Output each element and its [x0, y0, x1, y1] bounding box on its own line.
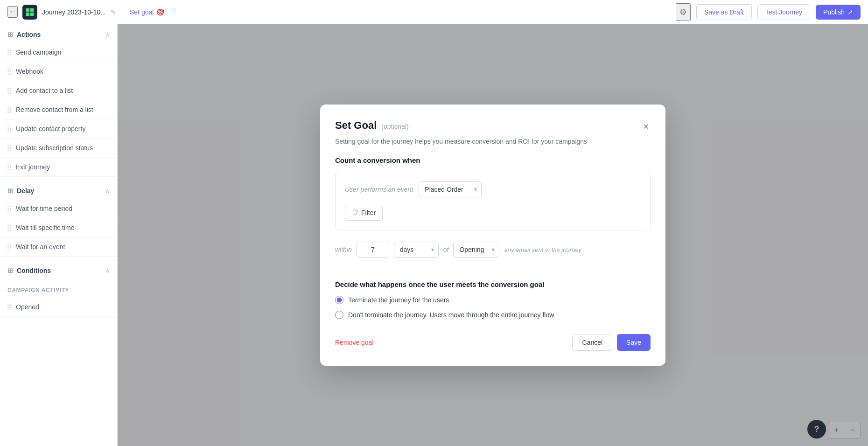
test-journey-button[interactable]: Test Journey — [757, 4, 810, 20]
decision-section-label: Decide what happens once the user meets … — [335, 280, 651, 288]
top-navigation: ← Journey 2023-10-10... ✎ Set goal 🎯 ⚙ S… — [0, 0, 868, 24]
footer-right: Cancel Save — [572, 334, 651, 351]
modal-close-button[interactable]: × — [641, 119, 651, 134]
cancel-button[interactable]: Cancel — [572, 334, 612, 351]
opening-select-wrapper[interactable]: Opening Clicking Sending ▾ — [453, 242, 499, 258]
days-select-wrapper[interactable]: days hours minutes ▾ — [394, 242, 439, 258]
conversion-box: User performs an event Placed Order Open… — [335, 172, 651, 230]
save-button[interactable]: Save — [617, 334, 651, 351]
conversion-section-label: Count a conversion when — [335, 156, 651, 164]
canvas-area: Set Goal (optional) × Setting goal for t… — [118, 24, 868, 446]
sidebar-item-remove-contact[interactable]: Remove contact from a list — [0, 100, 117, 119]
modal-divider — [335, 269, 651, 269]
event-select[interactable]: Placed Order Opened Email Clicked Link P… — [419, 181, 482, 197]
actions-section-title: ⊞ Actions — [7, 31, 41, 38]
nav-left: ← Journey 2023-10-10... ✎ Set goal 🎯 — [7, 5, 164, 20]
conditions-chevron-icon[interactable]: ∧ — [105, 267, 110, 274]
delay-section-header: ⊞ Delay ∧ — [0, 181, 117, 199]
publish-arrow-icon: ↗ — [847, 8, 853, 16]
modal-footer: Remove goal Cancel Save — [335, 334, 651, 351]
drag-handle-icon — [7, 49, 11, 56]
actions-grid-icon: ⊞ — [7, 31, 13, 38]
sidebar-item-wait-time[interactable]: Wait for time period — [0, 199, 117, 218]
delay-grid-icon: ⊞ — [7, 187, 13, 195]
set-goal-label: Set goal — [130, 8, 154, 16]
modal-subtitle: Setting goal for the journey helps you m… — [335, 138, 651, 145]
sidebar-item-wait-specific[interactable]: Wait till specific time — [0, 218, 117, 237]
svg-rect-3 — [30, 12, 34, 16]
sidebar-item-add-contact[interactable]: Add contact to a list — [0, 81, 117, 100]
sidebar-item-update-subscription[interactable]: Update subscription status — [0, 139, 117, 158]
settings-button[interactable]: ⚙ — [676, 3, 691, 21]
within-label: within — [335, 246, 352, 253]
save-draft-button[interactable]: Save as Draft — [696, 4, 752, 20]
days-select[interactable]: days hours minutes — [394, 242, 439, 258]
sidebar-item-send-campaign[interactable]: Send campaign — [0, 43, 117, 62]
webhook-label: Webhook — [16, 68, 43, 75]
modal-title: Set Goal — [335, 119, 377, 132]
publish-button[interactable]: Publish ↗ — [816, 5, 861, 20]
modal-optional-label: (optional) — [381, 123, 408, 130]
conditions-grid-icon: ⊞ — [7, 267, 13, 274]
modal-header: Set Goal (optional) × — [335, 119, 651, 134]
sidebar-item-exit-journey[interactable]: Exit journey — [0, 158, 117, 177]
update-property-label: Update contact property — [16, 125, 85, 132]
radio-dont-terminate-input[interactable] — [335, 311, 343, 319]
journey-title: Journey 2023-10-10... — [42, 8, 106, 16]
campaign-activity-subsection: Campaign activity — [0, 279, 117, 298]
remove-contact-label: Remove contact from a list — [16, 106, 93, 113]
sidebar: ⊞ Actions ∧ Send campaign Webhook — [0, 24, 118, 446]
actions-label: Actions — [17, 31, 41, 38]
exit-journey-label: Exit journey — [16, 163, 50, 171]
drag-handle-icon — [7, 145, 11, 151]
remove-goal-button[interactable]: Remove goal — [335, 339, 374, 346]
drag-handle-icon — [7, 164, 11, 170]
radio-dont-terminate-option[interactable]: Don't terminate the journey. Users move … — [335, 311, 651, 319]
radio-terminate-input[interactable] — [335, 296, 343, 304]
send-campaign-label: Send campaign — [16, 49, 61, 56]
opening-select[interactable]: Opening Clicking Sending — [453, 242, 499, 258]
radio-group: Terminate the journey for the users Don'… — [335, 296, 651, 319]
conditions-section-title: ⊞ Conditions — [7, 267, 51, 274]
delay-label: Delay — [17, 187, 34, 195]
wait-specific-label: Wait till specific time — [16, 224, 75, 231]
filter-icon: ⛉ — [352, 209, 358, 216]
user-event-label: User performs an event — [345, 186, 413, 193]
modal-overlay: Set Goal (optional) × Setting goal for t… — [118, 24, 868, 446]
radio-dont-terminate-label: Don't terminate the journey. Users move … — [348, 311, 554, 319]
sidebar-item-webhook[interactable]: Webhook — [0, 62, 117, 81]
drag-handle-icon — [7, 88, 11, 94]
drag-handle-icon — [7, 126, 11, 132]
set-goal-modal: Set Goal (optional) × Setting goal for t… — [320, 105, 665, 366]
nav-right: ⚙ Save as Draft Test Journey Publish ↗ — [676, 3, 861, 21]
sidebar-item-update-property[interactable]: Update contact property — [0, 119, 117, 139]
actions-chevron-icon[interactable]: ∧ — [105, 31, 110, 38]
sidebar-item-wait-event[interactable]: Wait for an event — [0, 237, 117, 257]
opened-label: Opened — [16, 303, 39, 311]
delay-chevron-icon[interactable]: ∧ — [105, 188, 110, 194]
within-row: within days hours minutes ▾ of Opening — [335, 242, 651, 258]
conditions-label: Conditions — [17, 267, 51, 274]
back-button[interactable]: ← — [7, 6, 18, 18]
drag-handle-icon — [7, 244, 11, 250]
actions-section-header: ⊞ Actions ∧ — [0, 24, 117, 43]
drag-handle-icon — [7, 107, 11, 113]
radio-terminate-option[interactable]: Terminate the journey for the users — [335, 296, 651, 304]
event-select-wrapper[interactable]: Placed Order Opened Email Clicked Link P… — [419, 181, 482, 197]
email-hint: any email sent in the journey — [504, 246, 581, 253]
sidebar-item-opened[interactable]: Opened — [0, 298, 117, 317]
edit-icon[interactable]: ✎ — [111, 8, 116, 16]
update-subscription-label: Update subscription status — [16, 144, 93, 152]
within-input[interactable] — [357, 242, 389, 258]
wait-time-label: Wait for time period — [16, 205, 72, 212]
wait-event-label: Wait for an event — [16, 243, 65, 251]
modal-title-row: Set Goal (optional) — [335, 119, 409, 132]
conditions-section-header: ⊞ Conditions ∧ — [0, 260, 117, 279]
of-label: of — [443, 246, 449, 253]
set-goal-tab[interactable]: Set goal 🎯 — [130, 8, 164, 16]
filter-button[interactable]: ⛉ Filter — [345, 205, 383, 221]
drag-handle-icon — [7, 225, 11, 231]
drag-handle-icon — [7, 206, 11, 212]
publish-label: Publish — [823, 8, 845, 16]
campaign-activity-label: Campaign activity — [7, 287, 69, 293]
